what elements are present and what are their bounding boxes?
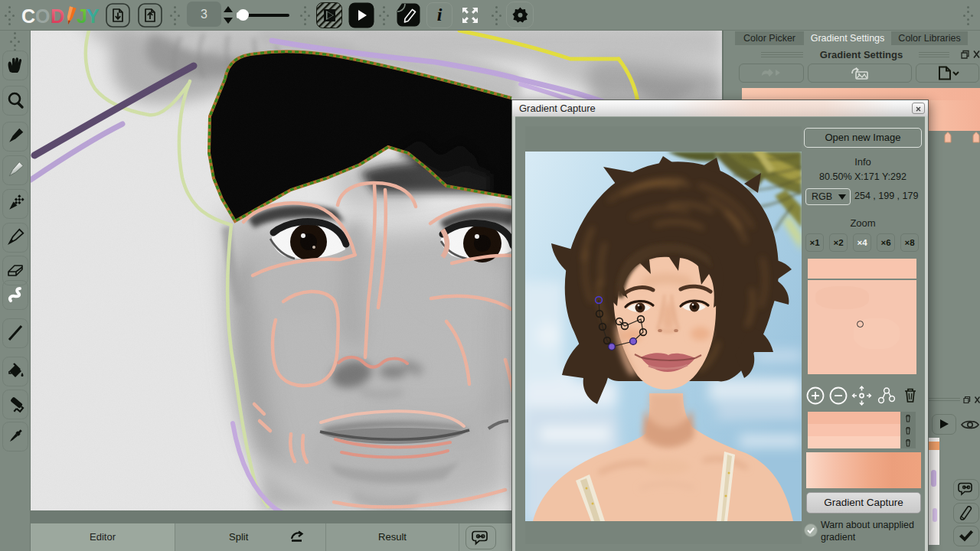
svg-text:C: C	[21, 5, 35, 27]
svg-text:J: J	[77, 5, 87, 27]
svg-text:Y: Y	[87, 5, 100, 27]
svg-text:D: D	[51, 5, 64, 27]
svg-text:O: O	[35, 5, 50, 27]
